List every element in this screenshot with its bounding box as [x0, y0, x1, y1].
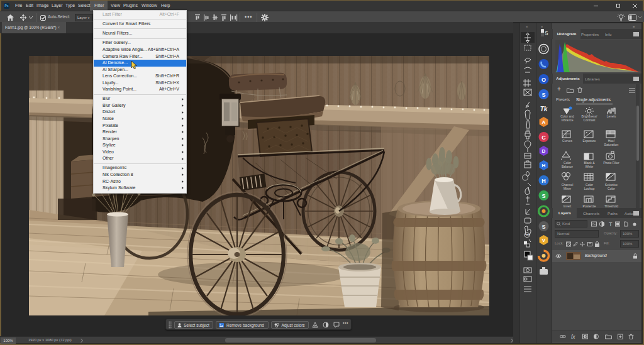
svg-text:S: S	[541, 224, 545, 230]
svg-text:S: S	[541, 193, 545, 199]
svg-text:fx: fx	[571, 334, 575, 339]
svg-text:5: 5	[545, 30, 548, 36]
svg-text:T: T	[609, 221, 613, 227]
svg-text:V: V	[542, 238, 546, 243]
svg-text:Tk: Tk	[540, 106, 548, 112]
svg-text:A: A	[542, 119, 546, 125]
svg-text:H: H	[542, 163, 546, 168]
svg-text:O: O	[541, 77, 546, 83]
svg-text:H: H	[541, 178, 546, 184]
svg-text:S: S	[541, 92, 545, 98]
svg-text:C: C	[541, 134, 546, 141]
svg-text:D: D	[542, 148, 546, 154]
